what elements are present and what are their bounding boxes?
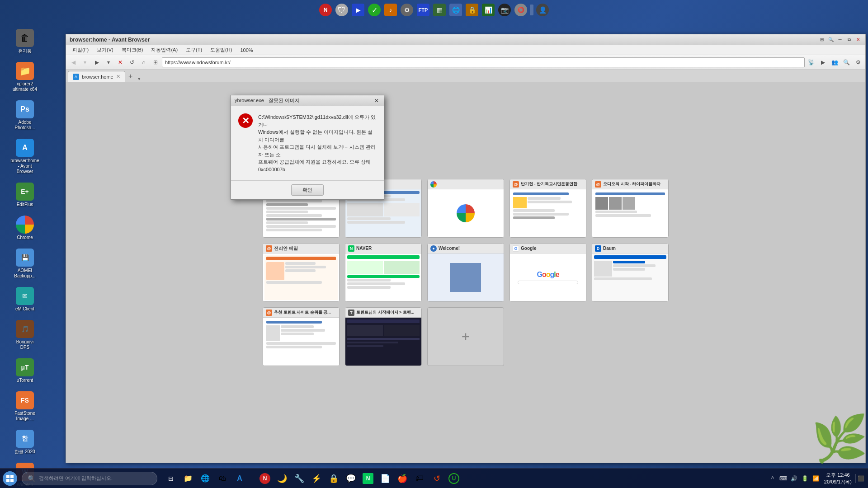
search-button[interactable]: 🔍 — [841, 57, 852, 68]
volume-tray-icon[interactable]: 🔊 — [790, 474, 799, 483]
menu-file[interactable]: 파일(F) — [69, 46, 92, 54]
minimize-button[interactable]: ─ — [836, 36, 844, 43]
speed-dial-item-bangihan[interactable]: @ 반기헌 - 반기독교시민운동연합 — [509, 179, 586, 238]
tray-app-11[interactable]: ↺ — [429, 470, 445, 487]
menu-tools[interactable]: 도구(T) — [182, 46, 206, 54]
speed-dial-item-chrome[interactable] — [427, 179, 504, 238]
show-desktop-button[interactable]: ⬛ — [855, 474, 864, 483]
bongiovi-desktop-icon[interactable]: 🎵 BongioviDPS — [9, 318, 41, 352]
home-button[interactable]: ⌂ — [138, 57, 149, 68]
system-tray: ^ ⌨ 🔊 🔋 📶 오후 12:46 20/09/17(목) ⬛ — [768, 472, 868, 485]
store-button[interactable]: 🛍 — [214, 470, 231, 487]
speed-dial-item-welcome[interactable]: ● Welcome! — [427, 243, 504, 302]
speed-dial-item-daum[interactable]: D Daum — [592, 243, 669, 302]
em-client-desktop-icon[interactable]: ✉ eM Client — [9, 285, 41, 314]
tray-icon-3: 🔧 — [294, 474, 304, 483]
nexus-top-icon[interactable]: N — [318, 3, 333, 17]
tray-app-12[interactable]: U — [446, 470, 462, 487]
menu-autofill[interactable]: 자동입력(A) — [147, 46, 181, 54]
speed-dial-item-google[interactable]: G Google Google — [509, 243, 586, 302]
tray-arrow[interactable]: ^ — [768, 474, 777, 483]
chrome-desktop-icon[interactable]: Chrome — [9, 214, 41, 242]
tray-app-7[interactable]: N — [360, 470, 376, 487]
restore-button[interactable]: ⧉ — [845, 36, 853, 43]
start-button[interactable] — [0, 469, 20, 488]
vpn-top-icon[interactable]: 🔒 — [465, 3, 479, 17]
task-view-button[interactable]: ⊟ — [163, 470, 179, 487]
globe-top-icon[interactable]: 🌐 — [448, 3, 463, 17]
recycle-bin-desktop-icon[interactable]: 🗑 휴지통 — [9, 27, 41, 56]
monitor-top-icon[interactable]: 📊 — [481, 3, 495, 17]
tray-app-2[interactable]: 🌙 — [274, 470, 290, 487]
check-top-icon[interactable]: ✓ — [367, 3, 382, 17]
tab-dropdown[interactable]: ▾ — [136, 76, 142, 82]
tab-close-button[interactable]: ✕ — [116, 74, 120, 80]
hangul-desktop-icon[interactable]: 한 한글 2020 — [9, 428, 41, 456]
taskbar-bottom: 🔍 검색하려면 여기에 입력하십시오. ⊟ 📁 🌐 🛍 A N — [0, 468, 868, 488]
avant-taskbar-button[interactable]: A — [231, 470, 248, 487]
system-clock[interactable]: 오후 12:46 20/09/17(목) — [822, 472, 854, 485]
rss-button[interactable]: 📡 — [806, 57, 816, 68]
tray-app-6[interactable]: 💬 — [343, 470, 359, 487]
faststone-desktop-icon[interactable]: FS FastStoneImage ... — [9, 389, 41, 423]
dialog-ok-button[interactable]: 확인 — [291, 184, 324, 196]
tray-app-3[interactable]: 🔧 — [291, 470, 307, 487]
avant-browser-desktop-icon[interactable]: A browser:home - Avant Browser — [9, 137, 41, 176]
speed-dial-item-torrent-start[interactable]: T 토렌트님의 시작페이지 > 토렌... — [345, 307, 422, 366]
menu-help[interactable]: 도움말(H) — [207, 46, 236, 54]
camera-top-icon[interactable]: 📷 — [497, 3, 512, 17]
nexus-tray-app[interactable]: N — [257, 470, 273, 487]
tray-app-8[interactable]: 📄 — [377, 470, 393, 487]
adobe-photoshop-desktop-icon[interactable]: Ps AdobePhotosh... — [9, 99, 41, 132]
ftp-top-icon[interactable]: FTP — [416, 3, 430, 17]
forward-button[interactable]: ▶ — [91, 57, 102, 68]
task-view-icon: ⊟ — [168, 475, 174, 482]
address-bar[interactable]: https://www.windowsforum.kr/ — [162, 57, 805, 67]
speed-dial-preview-10 — [263, 318, 339, 366]
speed-dial-item-mail[interactable]: @ 전리안 메일 — [263, 243, 340, 302]
new-tab-button[interactable]: + — [125, 71, 136, 82]
speed-dial-item-hifi[interactable]: @ 오디오의 시작 - 하이파이플라자 — [592, 179, 669, 238]
contacts-button[interactable]: 👥 — [829, 57, 840, 68]
keyboard-tray-icon[interactable]: ⌨ — [779, 474, 788, 483]
search-titlebar-icon[interactable]: 🔍 — [827, 36, 835, 43]
circle-top-icon[interactable]: ⭕ — [514, 3, 528, 17]
close-button[interactable]: ✕ — [854, 36, 862, 43]
menu-view[interactable]: 보기(V) — [93, 46, 117, 54]
speed-dial-title-7: ● Welcome! — [428, 244, 504, 253]
bars-top-icon[interactable]: ▦ — [432, 3, 447, 17]
avira-top-icon[interactable]: 🛡 — [335, 3, 349, 17]
speed-dial-preview-7 — [428, 253, 504, 301]
speed-dial-item-naver[interactable]: N NAVER — [345, 243, 422, 302]
grid-icon[interactable]: ⊞ — [818, 36, 826, 43]
media-top-icon[interactable]: ▶ — [351, 3, 365, 17]
stop-button[interactable]: ✕ — [115, 57, 126, 68]
tray-app-9[interactable]: 🍎 — [394, 470, 410, 487]
reload-button[interactable]: ↺ — [127, 57, 137, 68]
utorrent-desktop-icon[interactable]: μT uTorrent — [9, 357, 41, 385]
speed-dial-item-add[interactable]: + — [427, 307, 504, 366]
user-top-icon[interactable]: 👤 — [535, 3, 550, 17]
menu-bookmarks[interactable]: 북마크(B) — [118, 46, 147, 54]
browser-tab-home[interactable]: A browser:home ✕ — [68, 71, 125, 82]
tray-app-10[interactable]: 🏷 — [411, 470, 428, 487]
file-explorer-button[interactable]: 📁 — [180, 470, 196, 487]
search-options-button[interactable]: ⚙ — [853, 57, 863, 68]
speed-dial-item-torrent-rank[interactable]: @ 추천 토렌트 사이트 순위를 공... — [263, 307, 340, 366]
browser-taskbar-button[interactable]: 🌐 — [197, 470, 213, 487]
audio-top-icon[interactable]: ♪ — [383, 3, 398, 17]
aomei-desktop-icon[interactable]: 💾 AOMEIBackupp... — [9, 247, 41, 281]
taskbar-search[interactable]: 🔍 검색하려면 여기에 입력하십시오. — [22, 472, 157, 485]
menu-zoom[interactable]: 100% — [236, 47, 256, 54]
tray-app-5[interactable]: 🔒 — [326, 470, 342, 487]
xplorer-desktop-icon[interactable]: 📁 xplorer2ultimate x64 — [9, 60, 41, 94]
network-tray-icon[interactable]: 📶 — [811, 474, 821, 483]
battery-tray-icon[interactable]: 🔋 — [801, 474, 810, 483]
dialog-close-button[interactable]: ✕ — [373, 97, 380, 104]
rss-arrow-icon: ▶ — [817, 57, 828, 68]
expand-button[interactable]: ⊞ — [150, 57, 161, 68]
back-button[interactable]: ◀ — [68, 57, 79, 68]
editplus-desktop-icon[interactable]: E+ EditPlus — [9, 181, 41, 209]
tray-app-4[interactable]: ⚡ — [308, 470, 325, 487]
settings-top-icon[interactable]: ⚙ — [400, 3, 414, 17]
